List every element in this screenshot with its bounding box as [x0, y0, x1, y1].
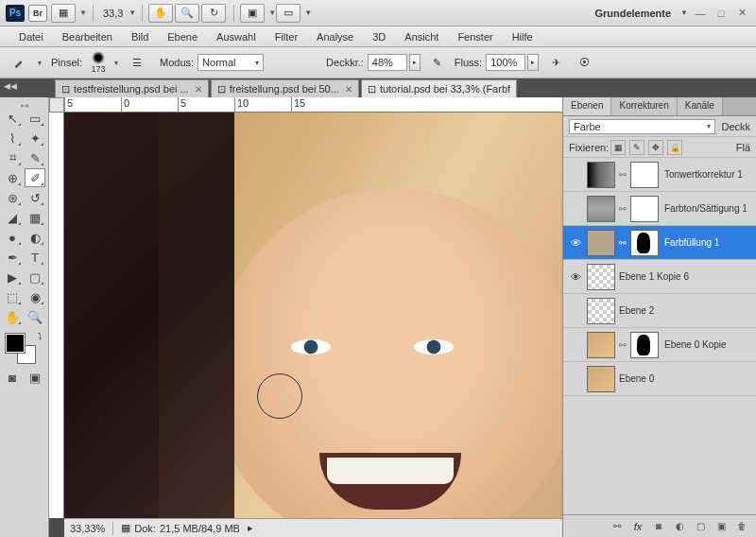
menu-auswahl[interactable]: Auswahl [207, 31, 266, 43]
history-brush-tool[interactable]: ↺ [25, 188, 45, 207]
move-tool[interactable]: ↖ [2, 109, 23, 128]
menu-analyse[interactable]: Analyse [307, 31, 363, 43]
layer-mask-icon[interactable]: ◙ [649, 518, 668, 535]
tab-collapse-handle[interactable]: ◀◀ [4, 79, 17, 93]
stamp-tool[interactable]: ⊛ [2, 188, 23, 207]
doc-tab[interactable]: ⊡ freistellung.psd bei 50...✕ [211, 79, 359, 97]
layer-name[interactable]: Farbton/Sättigung 1 [664, 203, 752, 214]
layer-group-icon[interactable]: ▢ [691, 518, 710, 535]
lock-transparency-icon[interactable]: ▦ [610, 140, 626, 155]
tab-ebenen[interactable]: Ebenen [563, 97, 611, 115]
visibility-toggle[interactable]: 👁 [567, 268, 584, 286]
layer-fx-icon[interactable]: fx [628, 518, 647, 535]
quick-mask-toggle[interactable]: ◙ [2, 368, 23, 387]
marquee-tool[interactable]: ▭ [25, 109, 45, 128]
new-layer-icon[interactable]: ▣ [712, 518, 730, 535]
layer-row[interactable]: ⚯ Ebene 0 Kopie [563, 328, 756, 362]
close-icon[interactable]: ✕ [345, 84, 352, 95]
mini-bridge-button[interactable]: ▦ [51, 4, 76, 23]
layer-thumb[interactable] [587, 366, 615, 392]
ruler-origin[interactable] [49, 97, 64, 113]
flow-field[interactable]: 100% [486, 54, 525, 71]
lock-pixels-icon[interactable]: ✎ [629, 140, 644, 155]
close-icon[interactable]: ✕ [195, 84, 202, 95]
color-picker[interactable]: ⤵ [2, 332, 46, 366]
visibility-toggle[interactable] [567, 337, 584, 354]
layer-thumb[interactable] [587, 298, 615, 324]
opacity-field[interactable]: 48% [368, 54, 407, 71]
restore-button[interactable]: □ [713, 7, 730, 20]
visibility-toggle[interactable] [567, 200, 584, 217]
menu-datei[interactable]: Datei [9, 31, 53, 43]
layer-name[interactable]: Farbfüllung 1 [664, 237, 752, 248]
layer-row[interactable]: ⚯ Tonwertkorrektur 1 [563, 158, 756, 192]
link-icon[interactable]: ⚯ [619, 204, 628, 214]
healing-tool[interactable]: ⊕ [2, 168, 23, 187]
minimize-button[interactable]: — [692, 7, 709, 20]
crop-tool[interactable]: ⌗ [2, 148, 23, 167]
layer-name[interactable]: Tonwertkorrektur 1 [664, 169, 752, 180]
link-icon[interactable]: ⚯ [619, 170, 628, 180]
layer-name[interactable]: Ebene 2 [619, 305, 752, 316]
tab-kanaele[interactable]: Kanäle [678, 97, 723, 115]
layer-thumb[interactable] [587, 332, 615, 358]
bridge-icon[interactable]: Br [28, 5, 47, 22]
3d-camera-tool[interactable]: ◉ [25, 287, 45, 306]
swap-colors-icon[interactable]: ⤵ [38, 332, 43, 341]
layer-thumb[interactable] [587, 196, 615, 222]
tablet-pressure-icon[interactable]: ⦿ [573, 52, 595, 73]
foreground-color-swatch[interactable] [6, 334, 25, 353]
layer-row[interactable]: 👁 Ebene 1 Kopie 6 [563, 260, 756, 294]
chevron-down-icon[interactable]: ▼ [79, 9, 87, 17]
quick-select-tool[interactable]: ✦ [25, 129, 45, 147]
visibility-toggle[interactable]: 👁 [567, 234, 584, 251]
layer-name[interactable]: Ebene 0 Kopie [664, 339, 752, 350]
hand-tool[interactable]: ✋ [2, 307, 23, 326]
layer-mask-thumb[interactable] [630, 332, 659, 358]
brush-panel-toggle[interactable]: ☰ [126, 52, 148, 73]
flow-flyout[interactable]: ▸ [527, 54, 539, 71]
menu-fenster[interactable]: Fenster [448, 31, 502, 43]
3d-tool[interactable]: ⬚ [2, 287, 23, 306]
layer-mask-thumb[interactable] [630, 196, 659, 222]
opacity-pressure-icon[interactable]: ✎ [426, 52, 449, 73]
link-icon[interactable]: ⚯ [619, 340, 628, 350]
photoshop-icon[interactable]: Ps [6, 5, 25, 22]
screen-mode-icon[interactable]: ▭ [276, 4, 301, 23]
pen-tool[interactable]: ✒ [2, 248, 23, 267]
lock-position-icon[interactable]: ✥ [648, 140, 663, 155]
lasso-tool[interactable]: ⌇ [2, 129, 23, 147]
brush-preset-picker[interactable]: 173 [86, 50, 111, 75]
menu-bearbeiten[interactable]: Bearbeiten [53, 31, 122, 43]
path-select-tool[interactable]: ▶ [2, 268, 23, 286]
menu-hilfe[interactable]: Hilfe [503, 31, 542, 43]
menu-ansicht[interactable]: Ansicht [395, 31, 448, 43]
layer-mask-thumb[interactable] [630, 230, 659, 256]
screen-mode-toggle[interactable]: ▣ [25, 368, 45, 387]
airbrush-icon[interactable]: ✈ [544, 52, 567, 73]
dodge-tool[interactable]: ◐ [25, 228, 45, 247]
layer-row[interactable]: Ebene 0 [563, 362, 756, 396]
menu-bild[interactable]: Bild [122, 31, 158, 43]
layer-blend-dropdown[interactable]: Farbe▾ [569, 119, 715, 134]
brush-tool[interactable]: ✐ [25, 168, 45, 187]
doc-tab-active[interactable]: ⊡ tutorial.psd bei 33,3% (Farbf [361, 79, 517, 97]
shape-tool[interactable]: ▢ [25, 268, 45, 286]
layer-row[interactable]: ⚯ Farbton/Sättigung 1 [563, 192, 756, 226]
type-tool[interactable]: T [25, 248, 45, 267]
status-zoom[interactable]: 33,33% [70, 523, 105, 534]
zoom-tool[interactable]: 🔍 [25, 307, 45, 326]
rotate-view-icon[interactable]: ↻ [201, 4, 226, 23]
menu-3d[interactable]: 3D [363, 31, 395, 43]
eyedropper-tool[interactable]: ✎ [25, 148, 45, 167]
arrange-docs-icon[interactable]: ▣ [240, 4, 265, 23]
close-button[interactable]: ✕ [733, 7, 750, 20]
link-icon[interactable]: ⚯ [619, 238, 628, 248]
layer-name[interactable]: Ebene 1 Kopie 6 [619, 271, 752, 282]
visibility-toggle[interactable] [567, 303, 584, 320]
layer-row[interactable]: 👁 ⚯ Farbfüllung 1 [563, 226, 756, 260]
layer-thumb[interactable] [587, 162, 615, 188]
menu-ebene[interactable]: Ebene [158, 31, 207, 43]
link-layers-icon[interactable]: ⚯ [608, 518, 627, 535]
layer-thumb[interactable] [587, 230, 615, 256]
